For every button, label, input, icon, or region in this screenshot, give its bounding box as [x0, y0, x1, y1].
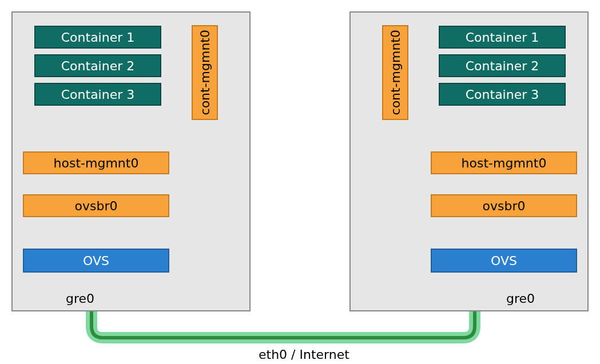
container-a-2: Container 2 [34, 54, 161, 77]
container-b-3: Container 3 [439, 83, 566, 106]
gre-b-label: gre0 [506, 291, 535, 306]
network-diagram: Container 1 Container 2 Container 3 cont… [0, 0, 600, 364]
container-b-1: Container 1 [439, 26, 566, 49]
ovs-a: OVS [23, 249, 169, 273]
ovs-b: OVS [431, 249, 577, 273]
cont-mgmnt-b-label: cont-mgmnt0 [388, 30, 403, 115]
cont-mgmnt-b: cont-mgmnt0 [382, 25, 408, 120]
host-mgmnt-a: host-mgmnt0 [23, 151, 169, 174]
gre-a-label: gre0 [66, 291, 94, 306]
container-b-2: Container 2 [439, 54, 566, 77]
container-a-1: Container 1 [34, 26, 161, 49]
cont-mgmnt-a-label: cont-mgmnt0 [198, 30, 212, 115]
container-a-3: Container 3 [34, 83, 161, 106]
cont-mgmnt-a: cont-mgmnt0 [192, 25, 218, 120]
tunnel-label: eth0 / Internet [259, 347, 349, 362]
host-mgmnt-b: host-mgmnt0 [431, 151, 577, 174]
ovsbr-a: ovsbr0 [23, 194, 169, 217]
ovsbr-b: ovsbr0 [431, 194, 577, 217]
